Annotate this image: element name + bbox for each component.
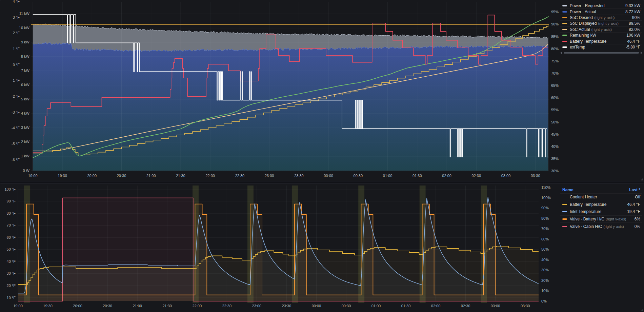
y-axis-tick-pct: 30% xyxy=(541,268,549,272)
legend-label: Remaining kW xyxy=(570,33,596,38)
legend-item-power-requested[interactable]: Power - Requested 9.33 kW xyxy=(560,3,642,8)
series-color-chip xyxy=(562,11,567,13)
legend-axis-note: (right y-axis) xyxy=(606,217,626,221)
x-axis-tick: 19:00 xyxy=(11,304,25,308)
y-axis-tick-pct: 55% xyxy=(551,108,559,112)
legend-value: -5.80 °F xyxy=(623,45,640,50)
y-axis-tick-tempF: -3 °F xyxy=(12,110,20,114)
y-axis-tick-pct: 50% xyxy=(551,120,559,124)
x-axis-tick: 20:30 xyxy=(100,304,115,308)
x-axis-tick: 20:30 xyxy=(114,174,129,178)
y-axis-tick-pct: 30% xyxy=(551,169,559,173)
x-axis-tick: 01:30 xyxy=(399,304,414,308)
legend-item-soc-desired[interactable]: SoC Desired (right y-axis) 90% xyxy=(560,15,642,20)
legend-table-header: Name Last * xyxy=(560,187,642,193)
series-color-chip xyxy=(562,211,567,212)
legend-value: 46.4 °F xyxy=(624,39,640,44)
series-color-chip xyxy=(562,218,567,220)
y-axis-tick-pct: 100% xyxy=(541,196,551,200)
y-axis-tick-tempF: 30 °F xyxy=(7,271,16,275)
legend-item-battery-temperature[interactable]: Battery Temperature 46.4 °F xyxy=(560,201,642,208)
legend-label: Valve - Battery H/C xyxy=(570,217,604,221)
legend-label: Power - Requested xyxy=(570,3,605,8)
y-axis-tick-tempF: 100 °F xyxy=(4,187,16,191)
y-axis-tick-pct: 45% xyxy=(551,132,559,136)
series-color-chip xyxy=(562,226,567,227)
series-color-chip xyxy=(562,196,567,198)
y-axis-tick-kw: 6 kW xyxy=(21,83,29,87)
y-axis-tick-tempF: 40 °F xyxy=(7,259,16,264)
x-axis-tick: 02:00 xyxy=(428,304,443,308)
y-axis-tick-kw: 0 W xyxy=(23,169,29,173)
x-axis-tick: 20:00 xyxy=(84,174,99,178)
x-axis-tick: 23:30 xyxy=(291,174,306,178)
x-axis-tick: 00:30 xyxy=(350,174,365,178)
legend-horizontal-scrollbar[interactable] xyxy=(560,51,642,54)
y-axis-tick-pct: 60% xyxy=(541,237,549,241)
legend-power-soc: Power - Requested 9.33 kW Power - Actual… xyxy=(560,3,642,54)
x-axis-tick: 03:00 xyxy=(499,174,514,178)
legend-label: SoC Displayed xyxy=(570,21,597,26)
y-axis-tick-kw: 2 kW xyxy=(21,140,29,144)
y-axis-tick-kw: 7 kW xyxy=(21,69,29,73)
legend-thermal: Name Last * Coolant Heater Off Battery T… xyxy=(560,187,642,230)
legend-label: SoC Desired xyxy=(570,15,593,20)
x-axis-tick: 01:30 xyxy=(410,174,425,178)
x-axis-tick: 23:30 xyxy=(279,304,294,308)
panel-power-soc: 4 °F3 °F2 °F1 °F0 °F-1 °F-2 °F-3 °F-4 °F… xyxy=(0,0,644,181)
y-axis-tick-kw: 5 kW xyxy=(21,97,29,101)
scrollbar-left-arrow-icon[interactable] xyxy=(560,52,562,54)
scrollbar-thumb[interactable] xyxy=(564,52,639,54)
y-axis-tick-pct: 90% xyxy=(541,206,549,210)
y-axis-tick-pct: 65% xyxy=(551,83,559,87)
legend-header-last-sort[interactable]: Last * xyxy=(629,188,640,192)
legend-value: 8.72 kW xyxy=(623,9,640,14)
legend-item-coolant-heater[interactable]: Coolant Heater Off xyxy=(560,193,642,201)
legend-item-exttemp[interactable]: extTemp -5.80 °F xyxy=(560,44,642,50)
x-axis-tick: 02:30 xyxy=(469,174,484,178)
panel-resize-handle[interactable] xyxy=(641,178,643,180)
legend-label: Power - Actual xyxy=(570,9,596,14)
legend-item-valve-cabin[interactable]: Valve - Cabin H/C (right y-axis) 0% xyxy=(560,222,642,230)
x-axis-tick: 01:00 xyxy=(368,304,383,308)
legend-item-valve-battery[interactable]: Valve - Battery H/C (right y-axis) 6% xyxy=(560,215,642,223)
x-axis-tick: 19:00 xyxy=(25,174,40,178)
x-axis-tick: 21:30 xyxy=(173,174,188,178)
legend-label: Battery Temperature xyxy=(570,39,607,44)
y-axis-tick-kw: 4 kW xyxy=(21,111,29,115)
series-color-chip xyxy=(562,17,567,18)
legend-item-soc-displayed[interactable]: SoC Displayed (right y-axis) 89.5% xyxy=(560,20,642,26)
legend-header-name[interactable]: Name xyxy=(562,188,573,192)
x-axis-tick: 20:00 xyxy=(70,304,85,308)
series-color-chip xyxy=(562,35,567,36)
y-axis-tick-tempF: 3 °F xyxy=(13,15,20,19)
y-axis-tick-kw: 8 kW xyxy=(21,54,29,58)
legend-value: 9.33 kW xyxy=(623,3,640,8)
y-axis-tick-pct: 35% xyxy=(551,157,559,161)
chart-canvas-power-soc[interactable] xyxy=(0,0,644,181)
y-axis-tick-pct: 110% xyxy=(541,186,550,190)
panel-resize-handle[interactable] xyxy=(641,309,643,311)
legend-value: 46.4 °F xyxy=(624,202,640,207)
legend-axis-note: (right y-axis) xyxy=(603,225,624,229)
x-axis-tick: 21:00 xyxy=(130,304,145,308)
y-axis-tick-kw: 3 kW xyxy=(21,125,29,130)
legend-item-remaining-kw[interactable]: Remaining kW 106 kW xyxy=(560,32,642,38)
y-axis-tick-pct: 50% xyxy=(541,247,549,251)
legend-item-battery-temperature[interactable]: Battery Temperature 46.4 °F xyxy=(560,38,642,44)
legend-item-soc-actual[interactable]: SoC Actual (right y-axis) 82.0% xyxy=(560,26,642,32)
y-axis-tick-tempF: 1 °F xyxy=(13,47,20,51)
scrollbar-right-arrow-icon[interactable] xyxy=(641,52,642,54)
y-axis-tick-pct: 40% xyxy=(551,144,559,149)
y-axis-tick-tempF: 70 °F xyxy=(7,223,16,227)
legend-value: 0% xyxy=(632,224,640,229)
y-axis-tick-tempF: -6 °F xyxy=(12,158,20,162)
x-axis-tick: 02:30 xyxy=(458,304,473,308)
y-axis-tick-pct: 20% xyxy=(541,278,549,282)
x-axis-tick: 03:00 xyxy=(488,304,503,308)
legend-item-power-actual[interactable]: Power - Actual 8.72 kW xyxy=(560,8,642,14)
panel-thermal: 100 °F90 °F80 °F70 °F60 °F50 °F40 °F30 °… xyxy=(0,183,644,312)
legend-item-inlet-temperature[interactable]: Inlet Temperature 19.4 °F xyxy=(560,208,642,215)
y-axis-tick-tempF: 50 °F xyxy=(7,247,16,251)
y-axis-tick-tempF: -2 °F xyxy=(12,94,20,98)
